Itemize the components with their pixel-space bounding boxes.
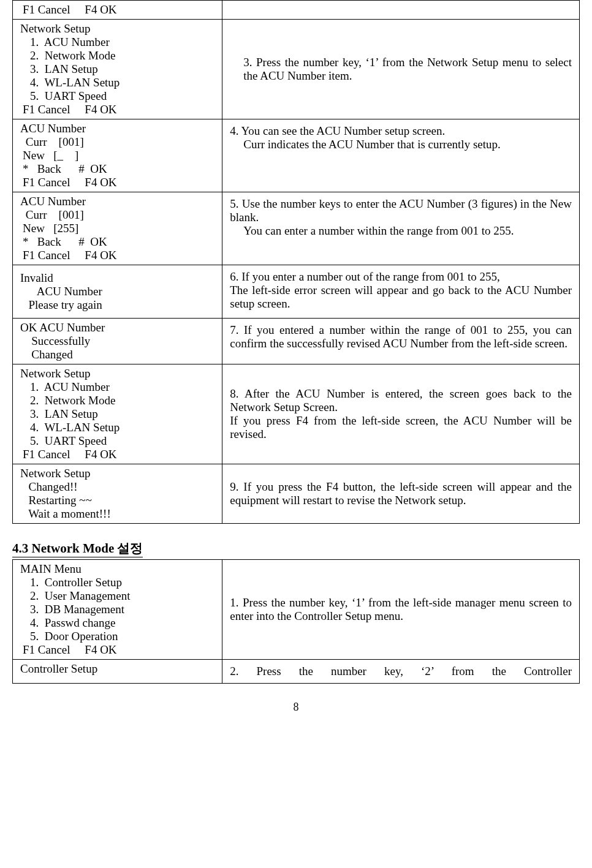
screen-line: 3. DB Management: [18, 603, 217, 616]
screen-line: 4. Passwd change: [18, 616, 217, 630]
screen-line: Successfully: [18, 334, 217, 348]
instruction-text: If you press F4 from the left-side scree…: [230, 414, 572, 441]
screen-cell: MAIN Menu1. Controller Setup2. User Mana…: [13, 560, 222, 660]
screen-cell: F1 Cancel F4 OK: [13, 1, 222, 20]
screen-line: Restarting ~~: [18, 494, 217, 507]
screen-cell: ACU Number Curr [001]New [_ ]* Back # OK…: [13, 119, 222, 192]
screen-line: Wait a moment!!!: [18, 507, 217, 521]
table-row: Invalid ACU Number Please try again 6. I…: [13, 265, 580, 319]
instruction-cell: 3. Press the number key, ‘1’ from the Ne…: [222, 20, 580, 119]
table-row: Network Setup1. ACU Number2. Network Mod…: [13, 20, 580, 119]
screen-line: * Back # OK: [18, 162, 217, 176]
screen-line: 2. User Management: [18, 589, 217, 603]
screen-line: New [_ ]: [18, 149, 217, 162]
screen-line: Network Setup: [18, 467, 217, 480]
table-2: MAIN Menu1. Controller Setup2. User Mana…: [12, 559, 580, 684]
screen-cell: Invalid ACU Number Please try again: [13, 265, 222, 319]
screen-line: ACU Number: [18, 285, 217, 298]
table-1: F1 Cancel F4 OKNetwork Setup1. ACU Numbe…: [12, 0, 580, 524]
screen-line: F1 Cancel F4 OK: [18, 103, 217, 116]
instruction-cell: 1. Press the number key, ‘1’ from the le…: [222, 560, 580, 660]
table-row: Controller Setup2. Press the number key,…: [13, 660, 580, 684]
table-row: Network Setup Changed!! Restarting ~~ Wa…: [13, 464, 580, 524]
screen-line: New [255]: [18, 222, 217, 235]
instruction-cell: 7. If you entered a number within the ra…: [222, 319, 580, 364]
screen-line: 5. UART Speed: [18, 89, 217, 103]
instruction-cell: 2. Press the number key, ‘2’ from the Co…: [222, 660, 580, 684]
screen-line: 5. Door Operation: [18, 630, 217, 643]
screen-line: F1 Cancel F4 OK: [18, 249, 217, 262]
instruction-cell: 9. If you press the F4 button, the left-…: [222, 464, 580, 524]
screen-line: 3. LAN Setup: [18, 407, 217, 421]
instruction-text: 4. You can see the ACU Number setup scre…: [230, 124, 572, 138]
table-row: ACU Number Curr [001]New [255]* Back # O…: [13, 192, 580, 265]
screen-cell: Controller Setup: [13, 660, 222, 684]
instruction-text: 6. If you enter a number out of the rang…: [230, 270, 572, 284]
screen-line: F1 Cancel F4 OK: [18, 3, 217, 17]
instruction-text: 8. After the ACU Number is entered, the …: [230, 387, 572, 414]
screen-line: Please try again: [18, 298, 217, 312]
screen-line: 4. WL-LAN Setup: [18, 421, 217, 434]
screen-line: 2. Network Mode: [18, 394, 217, 407]
page-number: 8: [12, 701, 580, 714]
screen-line: ACU Number: [18, 195, 217, 208]
screen-line: Controller Setup: [18, 662, 217, 676]
table-row: MAIN Menu1. Controller Setup2. User Mana…: [13, 560, 580, 660]
instruction-text: 9. If you press the F4 button, the left-…: [230, 480, 572, 507]
instruction-cell: 5. Use the number keys to enter the ACU …: [222, 192, 580, 265]
table-row: ACU Number Curr [001]New [_ ]* Back # OK…: [13, 119, 580, 192]
instruction-text: 5. Use the number keys to enter the ACU …: [230, 197, 572, 224]
table-row: Network Setup1. ACU Number2. Network Mod…: [13, 364, 580, 464]
screen-line: F1 Cancel F4 OK: [18, 176, 217, 189]
instruction-text: The left-side error screen will appear a…: [230, 284, 572, 311]
screen-line: [18, 312, 217, 315]
instruction-cell: [222, 1, 580, 20]
screen-line: 1. ACU Number: [18, 36, 217, 49]
instruction-text: You can enter a number within the range …: [230, 224, 572, 238]
screen-line: 4. WL-LAN Setup: [18, 76, 217, 89]
screen-line: OK ACU Number: [18, 321, 217, 334]
instruction-text: 1. Press the number key, ‘1’ from the le…: [230, 596, 572, 623]
instruction-cell: 8. After the ACU Number is entered, the …: [222, 364, 580, 464]
screen-line: MAIN Menu: [18, 562, 217, 576]
screen-line: Curr [001]: [18, 135, 217, 149]
screen-cell: Network Setup1. ACU Number2. Network Mod…: [13, 20, 222, 119]
screen-line: 1. ACU Number: [18, 380, 217, 394]
screen-cell: ACU Number Curr [001]New [255]* Back # O…: [13, 192, 222, 265]
screen-line: ACU Number: [18, 122, 217, 135]
table-row: F1 Cancel F4 OK: [13, 1, 580, 20]
instruction-text: 7. If you entered a number within the ra…: [230, 323, 572, 350]
instruction-text: Curr indicates the ACU Number that is cu…: [230, 138, 572, 151]
instruction-text: 3. Press the number key, ‘1’ from the Ne…: [230, 56, 572, 83]
screen-line: Curr [001]: [18, 208, 217, 222]
screen-line: 2. Network Mode: [18, 49, 217, 62]
section-heading-4-3: 4.3 Network Mode 설정: [12, 540, 143, 557]
screen-line: Changed!!: [18, 480, 217, 494]
instruction-cell: 4. You can see the ACU Number setup scre…: [222, 119, 580, 192]
screen-line: F1 Cancel F4 OK: [18, 643, 217, 657]
screen-line: Network Setup: [18, 22, 217, 36]
screen-line: 5. UART Speed: [18, 434, 217, 448]
screen-cell: Network Setup Changed!! Restarting ~~ Wa…: [13, 464, 222, 524]
table-row: OK ACU Number Successfully Changed 7. If…: [13, 319, 580, 364]
screen-cell: OK ACU Number Successfully Changed: [13, 319, 222, 364]
screen-line: 3. LAN Setup: [18, 62, 217, 76]
screen-line: * Back # OK: [18, 235, 217, 249]
screen-line: 1. Controller Setup: [18, 576, 217, 589]
screen-cell: Network Setup1. ACU Number2. Network Mod…: [13, 364, 222, 464]
screen-line: Changed: [18, 348, 217, 361]
instruction-text: 2. Press the number key, ‘2’ from the Co…: [230, 665, 572, 678]
screen-line: Network Setup: [18, 367, 217, 380]
instruction-cell: 6. If you enter a number out of the rang…: [222, 265, 580, 319]
screen-line: Invalid: [18, 271, 217, 285]
screen-line: F1 Cancel F4 OK: [18, 448, 217, 461]
